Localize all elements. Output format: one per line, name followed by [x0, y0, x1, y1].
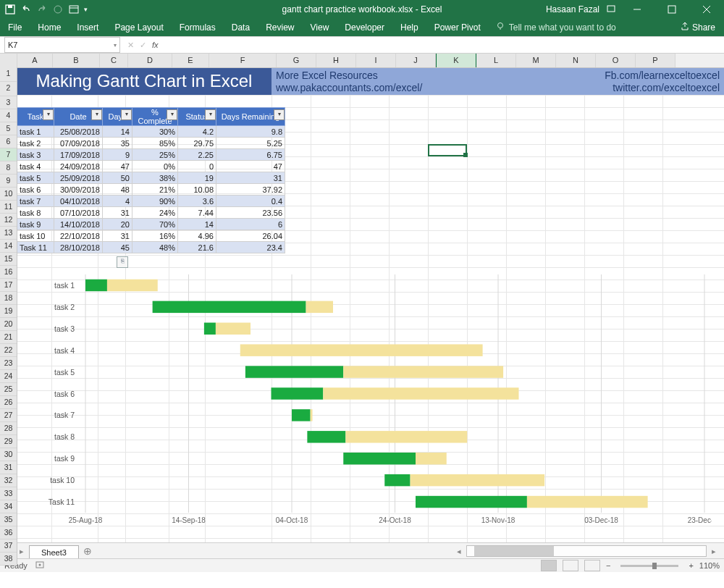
bar-remaining[interactable] — [345, 431, 467, 442]
minimize-button[interactable] — [623, 0, 652, 19]
table-cell[interactable]: 35 — [103, 138, 132, 149]
table-cell[interactable]: 30/09/2018 — [54, 184, 103, 196]
bar-complete[interactable] — [272, 387, 324, 399]
table-cell[interactable]: 0 — [178, 161, 216, 172]
table-cell[interactable]: 19 — [178, 172, 216, 184]
chevron-down-icon[interactable]: ▾ — [114, 42, 117, 49]
tab-page-layout[interactable]: Page Layout — [106, 20, 171, 36]
row-header[interactable]: 13 — [0, 227, 17, 240]
column-header[interactable]: O — [596, 54, 636, 67]
zoom-slider[interactable] — [620, 565, 678, 567]
column-header[interactable]: M — [516, 54, 556, 67]
table-cell[interactable]: 4 — [103, 196, 132, 207]
table-cell[interactable]: 10.08 — [178, 184, 216, 196]
table-cell[interactable]: task 8 — [17, 207, 54, 219]
bar-remaining[interactable] — [527, 496, 648, 508]
hscroll-right-icon[interactable]: ▸ — [707, 547, 721, 556]
row-header[interactable]: 1 — [0, 67, 17, 82]
filter-dropdown-icon[interactable]: ▾ — [167, 109, 177, 120]
table-cell[interactable]: task 7 — [17, 196, 54, 207]
column-header[interactable]: L — [476, 54, 516, 67]
row-header[interactable]: 22 — [0, 344, 17, 357]
column-header[interactable]: K — [436, 54, 476, 67]
form-icon[interactable] — [68, 4, 80, 15]
row-header[interactable]: 25 — [0, 383, 17, 396]
gantt-chart[interactable]: 25-Aug-1814-Sep-1804-Oct-1824-Oct-1813-N… — [24, 270, 712, 529]
table-cell[interactable]: 4.2 — [178, 126, 216, 138]
table-cell[interactable]: task 3 — [17, 149, 54, 161]
table-row[interactable]: task 525/09/20185038%1931 — [17, 172, 285, 184]
row-header[interactable]: 10 — [0, 188, 17, 201]
save-icon[interactable] — [4, 4, 16, 15]
table-cell[interactable]: 29.75 — [178, 138, 216, 149]
row-header[interactable]: 34 — [0, 500, 17, 513]
table-cell[interactable]: 31 — [216, 172, 285, 184]
row-header[interactable]: 6 — [0, 135, 17, 148]
table-row[interactable]: task 424/09/2018470%047 — [17, 161, 285, 172]
table-cell[interactable]: 25/09/2018 — [54, 172, 103, 184]
table-cell[interactable]: 7.44 — [178, 207, 216, 219]
column-header[interactable]: H — [316, 54, 356, 67]
table-cell[interactable]: 23.4 — [216, 242, 285, 253]
horizontal-scroll[interactable]: ◂ ▸ — [452, 545, 724, 557]
active-cell-selection[interactable] — [428, 144, 467, 156]
row-header[interactable]: 24 — [0, 370, 17, 383]
table-cell[interactable]: 30% — [132, 126, 178, 138]
row-header[interactable]: 28 — [0, 422, 17, 435]
table-row[interactable]: Task 1128/10/20184548%21.623.4 — [17, 242, 285, 253]
row-header[interactable]: 21 — [0, 331, 17, 344]
select-all-corner[interactable] — [0, 54, 17, 67]
table-cell[interactable]: 0% — [132, 161, 178, 172]
table-row[interactable]: task 125/08/20181430%4.29.8 — [17, 126, 285, 138]
column-header[interactable]: B — [53, 54, 100, 67]
user-name[interactable]: Hasaan Fazal — [546, 4, 599, 14]
table-cell[interactable]: 22/10/2018 — [54, 230, 103, 242]
filter-dropdown-icon[interactable]: ▾ — [91, 109, 102, 120]
row-header[interactable]: 16 — [0, 266, 17, 279]
tab-view[interactable]: View — [303, 20, 337, 36]
table-header[interactable]: % Complete▾ — [132, 108, 178, 126]
hscroll-track[interactable] — [466, 545, 707, 557]
cells-area[interactable]: Making Gantt Chart in ExcelMore Excel Re… — [17, 67, 724, 572]
table-row[interactable]: task 807/10/20183124%7.4423.56 — [17, 207, 285, 219]
bar-complete[interactable] — [343, 453, 416, 464]
table-header[interactable]: Task▾ — [17, 108, 54, 126]
row-header[interactable]: 33 — [0, 487, 17, 500]
tab-home[interactable]: Home — [30, 20, 69, 36]
bar-remaining[interactable] — [323, 387, 518, 399]
table-row[interactable]: task 1022/10/20183116%4.9626.04 — [17, 230, 285, 242]
table-header[interactable]: Days▾ — [103, 108, 132, 126]
zoom-thumb[interactable] — [652, 563, 657, 569]
row-header[interactable]: 20 — [0, 318, 17, 331]
table-cell[interactable]: task 2 — [17, 138, 54, 149]
tell-me-search[interactable]: Tell me what you want to do — [489, 19, 672, 36]
table-cell[interactable]: 25% — [132, 149, 178, 161]
table-cell[interactable]: 28/10/2018 — [54, 242, 103, 253]
row-header[interactable]: 2 — [0, 82, 17, 96]
column-header[interactable]: I — [356, 54, 396, 67]
add-sheet-button[interactable]: ⊕ — [79, 545, 96, 557]
table-cell[interactable]: 24% — [132, 207, 178, 219]
row-header[interactable]: 5 — [0, 122, 17, 135]
tab-data[interactable]: Data — [224, 20, 258, 36]
ribbon-display-icon[interactable] — [605, 3, 617, 17]
tab-formulas[interactable]: Formulas — [172, 20, 224, 36]
table-row[interactable]: task 207/09/20183585%29.755.25 — [17, 138, 285, 149]
view-normal-button[interactable] — [541, 560, 557, 571]
quickprint-icon[interactable] — [52, 4, 64, 15]
table-cell[interactable]: 25/08/2018 — [54, 126, 103, 138]
table-cell[interactable]: 07/10/2018 — [54, 207, 103, 219]
tab-help[interactable]: Help — [392, 20, 426, 36]
table-cell[interactable]: 48 — [103, 184, 132, 196]
table-cell[interactable]: 6 — [216, 219, 285, 230]
table-header[interactable]: Status▾ — [178, 108, 216, 126]
table-cell[interactable]: 48% — [132, 242, 178, 253]
row-header[interactable]: 36 — [0, 526, 17, 539]
table-cell[interactable]: 2.25 — [178, 149, 216, 161]
zoom-in-button[interactable]: + — [689, 561, 693, 570]
bar-remaining[interactable] — [107, 280, 158, 291]
table-cell[interactable]: 0.4 — [216, 196, 285, 207]
column-header[interactable]: P — [636, 54, 675, 67]
share-button[interactable]: Share — [672, 19, 724, 36]
bar-complete[interactable] — [292, 409, 311, 421]
